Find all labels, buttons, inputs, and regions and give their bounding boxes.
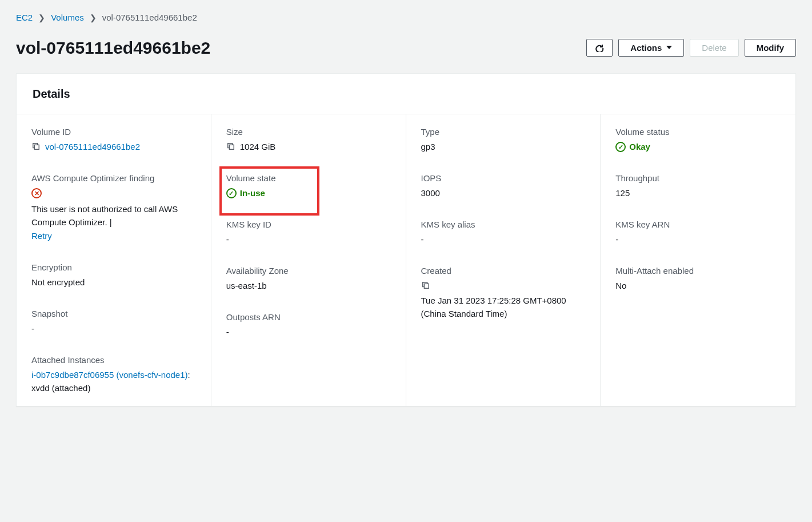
svg-rect-0: [34, 145, 39, 149]
field-kms-key-alias: KMS key alias -: [421, 218, 586, 246]
breadcrumb: EC2 ❯ Volumes ❯ vol-0765111ed49661be2: [16, 11, 796, 25]
action-buttons: Actions Delete Modify: [586, 39, 796, 57]
check-circle-icon: ✓: [226, 188, 237, 198]
field-snapshot: Snapshot -: [31, 308, 196, 336]
field-type: Type gp3: [421, 126, 586, 154]
optimizer-error: This user is not authorized to call AWS …: [31, 204, 178, 227]
field-volume-id: Volume ID vol-0765111ed49661be2: [31, 126, 196, 154]
state-value: In-use: [240, 187, 265, 200]
page-title: vol-0765111ed49661be2: [16, 35, 210, 61]
field-volume-status: Volume status ✓ Okay: [615, 126, 781, 154]
field-volume-state: Volume state ✓ In-use: [226, 172, 391, 200]
actions-label: Actions: [630, 43, 662, 53]
iops-value: 3000: [421, 187, 586, 200]
check-circle-icon: ✓: [615, 142, 626, 152]
attached-instance-link[interactable]: i-0b7c9dbe87cf06955 (vonefs-cfv-node1): [31, 370, 188, 380]
retry-link[interactable]: Retry: [31, 230, 196, 243]
created-value: Tue Jan 31 2023 17:25:28 GMT+0800 (China…: [421, 294, 586, 320]
breadcrumb-current: vol-0765111ed49661be2: [102, 11, 197, 25]
details-panel: Details Volume ID vol-0765111ed49661be2 …: [16, 73, 796, 407]
field-iops: IOPS 3000: [421, 172, 586, 200]
field-created: Created Tue Jan 31 2023 17:25:28 GMT+080…: [421, 265, 586, 321]
size-value: 1024 GiB: [240, 141, 276, 154]
field-availability-zone: Availability Zone us-east-1b: [226, 265, 391, 293]
outposts-value: -: [226, 326, 391, 339]
copy-icon[interactable]: [31, 142, 41, 151]
field-kms-key-arn: KMS key ARN -: [615, 218, 781, 246]
field-multi-attach: Multi-Attach enabled No: [615, 265, 781, 293]
field-attached-instances: Attached Instances i-0b7c9dbe87cf06955 (…: [31, 354, 196, 395]
kms-arn-value: -: [615, 233, 781, 246]
copy-icon[interactable]: [421, 281, 430, 290]
field-encryption: Encryption Not encrypted: [31, 261, 196, 289]
type-value: gp3: [421, 141, 586, 154]
field-kms-key-id: KMS key ID -: [226, 218, 391, 246]
chevron-right-icon: ❯: [90, 12, 97, 24]
caret-down-icon: [666, 46, 672, 49]
chevron-right-icon: ❯: [38, 12, 45, 24]
multi-attach-value: No: [615, 280, 781, 293]
refresh-button[interactable]: [586, 39, 613, 57]
throughput-value: 125: [615, 187, 781, 200]
volume-id-link[interactable]: vol-0765111ed49661be2: [45, 141, 140, 154]
panel-title: Details: [17, 74, 795, 114]
modify-button[interactable]: Modify: [745, 39, 796, 57]
svg-rect-2: [424, 284, 429, 288]
kms-id-value: -: [226, 233, 391, 246]
encryption-value: Not encrypted: [31, 276, 196, 289]
kms-alias-value: -: [421, 233, 586, 246]
error-icon: ✕: [31, 188, 42, 198]
field-size: Size 1024 GiB: [226, 126, 391, 154]
svg-rect-1: [229, 145, 234, 149]
field-outposts-arn: Outposts ARN -: [226, 311, 391, 339]
status-value: Okay: [629, 141, 650, 154]
delete-button: Delete: [690, 39, 738, 57]
snapshot-value: -: [31, 322, 196, 336]
field-optimizer: AWS Compute Optimizer finding ✕ This use…: [31, 172, 196, 243]
actions-button[interactable]: Actions: [618, 39, 684, 57]
breadcrumb-ec2[interactable]: EC2: [16, 11, 33, 25]
breadcrumb-volumes[interactable]: Volumes: [51, 11, 84, 25]
field-throughput: Throughput 125: [615, 172, 781, 200]
refresh-icon: [595, 43, 604, 52]
az-value: us-east-1b: [226, 280, 391, 293]
copy-icon[interactable]: [226, 142, 235, 151]
